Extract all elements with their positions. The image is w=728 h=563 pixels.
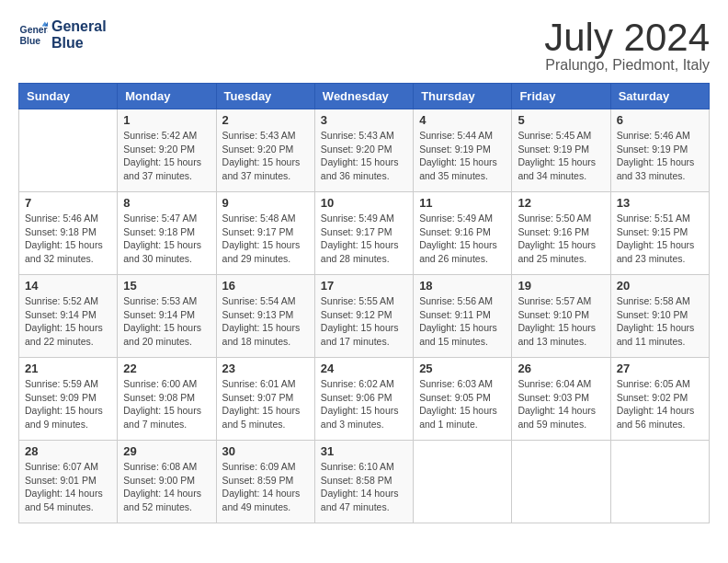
day-number: 18 (419, 279, 506, 293)
day-info: Sunrise: 6:04 AMSunset: 9:03 PMDaylight:… (518, 377, 604, 431)
day-info: Sunrise: 6:10 AMSunset: 8:58 PMDaylight:… (321, 460, 407, 514)
calendar-cell: 24Sunrise: 6:02 AMSunset: 9:06 PMDayligh… (314, 358, 413, 441)
day-number: 9 (222, 196, 309, 210)
day-number: 7 (25, 196, 111, 210)
header-thursday: Thursday (414, 84, 512, 109)
day-number: 25 (419, 362, 506, 375)
day-info: Sunrise: 6:07 AMSunset: 9:01 PMDaylight:… (25, 460, 111, 514)
week-row-2: 7Sunrise: 5:46 AMSunset: 9:18 PMDaylight… (19, 192, 710, 275)
header-tuesday: Tuesday (216, 84, 314, 109)
calendar-cell: 31Sunrise: 6:10 AMSunset: 8:58 PMDayligh… (314, 441, 413, 523)
day-info: Sunrise: 5:59 AMSunset: 9:09 PMDaylight:… (25, 377, 111, 431)
calendar-cell: 12Sunrise: 5:50 AMSunset: 9:16 PMDayligh… (512, 192, 610, 275)
day-number: 13 (617, 196, 703, 210)
day-number: 5 (518, 113, 604, 127)
calendar-cell: 21Sunrise: 5:59 AMSunset: 9:09 PMDayligh… (19, 358, 118, 441)
calendar-cell: 7Sunrise: 5:46 AMSunset: 9:18 PMDaylight… (19, 192, 118, 275)
day-info: Sunrise: 5:49 AMSunset: 9:17 PMDaylight:… (321, 212, 407, 266)
calendar-cell (512, 441, 610, 523)
day-number: 19 (518, 279, 604, 293)
calendar-body: 1Sunrise: 5:42 AMSunset: 9:20 PMDaylight… (19, 109, 710, 523)
calendar-cell: 4Sunrise: 5:44 AMSunset: 9:19 PMDaylight… (414, 109, 512, 192)
calendar-cell (610, 441, 709, 523)
calendar-cell: 1Sunrise: 5:42 AMSunset: 9:20 PMDaylight… (118, 109, 216, 192)
day-info: Sunrise: 5:52 AMSunset: 9:14 PMDaylight:… (25, 294, 111, 349)
calendar-cell: 15Sunrise: 5:53 AMSunset: 9:14 PMDayligh… (118, 275, 216, 358)
day-number: 31 (321, 444, 407, 458)
calendar-cell: 30Sunrise: 6:09 AMSunset: 8:59 PMDayligh… (216, 441, 314, 523)
calendar-cell (19, 109, 118, 192)
week-row-5: 28Sunrise: 6:07 AMSunset: 9:01 PMDayligh… (19, 441, 710, 523)
day-number: 24 (321, 362, 407, 375)
calendar-cell: 23Sunrise: 6:01 AMSunset: 9:07 PMDayligh… (216, 358, 314, 441)
day-info: Sunrise: 6:02 AMSunset: 9:06 PMDaylight:… (321, 377, 407, 431)
day-info: Sunrise: 6:00 AMSunset: 9:08 PMDaylight:… (123, 377, 210, 431)
logo-general: General (51, 18, 107, 35)
week-row-1: 1Sunrise: 5:42 AMSunset: 9:20 PMDaylight… (19, 109, 710, 192)
logo: General Blue General Blue (18, 18, 107, 51)
svg-text:Blue: Blue (20, 35, 41, 45)
month-title: July 2024 (544, 18, 710, 57)
day-info: Sunrise: 5:58 AMSunset: 9:10 PMDaylight:… (617, 294, 703, 349)
day-info: Sunrise: 5:49 AMSunset: 9:16 PMDaylight:… (419, 212, 506, 266)
calendar-cell: 8Sunrise: 5:47 AMSunset: 9:18 PMDaylight… (118, 192, 216, 275)
calendar-cell: 2Sunrise: 5:43 AMSunset: 9:20 PMDaylight… (216, 109, 314, 192)
day-info: Sunrise: 5:43 AMSunset: 9:20 PMDaylight:… (222, 129, 309, 183)
calendar-cell: 6Sunrise: 5:46 AMSunset: 9:19 PMDaylight… (610, 109, 709, 192)
calendar-cell: 14Sunrise: 5:52 AMSunset: 9:14 PMDayligh… (19, 275, 118, 358)
day-number: 16 (222, 279, 309, 293)
calendar-cell: 19Sunrise: 5:57 AMSunset: 9:10 PMDayligh… (512, 275, 610, 358)
day-info: Sunrise: 6:01 AMSunset: 9:07 PMDaylight:… (222, 377, 309, 431)
day-info: Sunrise: 5:46 AMSunset: 9:19 PMDaylight:… (617, 129, 703, 183)
calendar-cell: 3Sunrise: 5:43 AMSunset: 9:20 PMDaylight… (314, 109, 413, 192)
day-info: Sunrise: 5:43 AMSunset: 9:20 PMDaylight:… (321, 129, 407, 183)
day-number: 28 (25, 444, 111, 458)
day-number: 21 (25, 362, 111, 375)
header-wednesday: Wednesday (314, 84, 413, 109)
day-number: 4 (419, 113, 506, 127)
day-number: 2 (222, 113, 309, 127)
calendar-cell: 5Sunrise: 5:45 AMSunset: 9:19 PMDaylight… (512, 109, 610, 192)
day-info: Sunrise: 5:45 AMSunset: 9:19 PMDaylight:… (518, 129, 604, 183)
calendar-cell (414, 441, 512, 523)
header-sunday: Sunday (19, 84, 118, 109)
day-number: 14 (25, 279, 111, 293)
day-number: 8 (123, 196, 210, 210)
calendar-cell: 20Sunrise: 5:58 AMSunset: 9:10 PMDayligh… (610, 275, 709, 358)
day-number: 11 (419, 196, 506, 210)
calendar-cell: 17Sunrise: 5:55 AMSunset: 9:12 PMDayligh… (314, 275, 413, 358)
day-info: Sunrise: 5:54 AMSunset: 9:13 PMDaylight:… (222, 294, 309, 349)
day-number: 22 (123, 362, 210, 375)
day-info: Sunrise: 5:56 AMSunset: 9:11 PMDaylight:… (419, 294, 506, 349)
calendar-cell: 18Sunrise: 5:56 AMSunset: 9:11 PMDayligh… (414, 275, 512, 358)
calendar-cell: 16Sunrise: 5:54 AMSunset: 9:13 PMDayligh… (216, 275, 314, 358)
calendar-header-row: SundayMondayTuesdayWednesdayThursdayFrid… (19, 84, 710, 109)
day-number: 12 (518, 196, 604, 210)
location: Pralungo, Piedmont, Italy (544, 57, 710, 74)
calendar-cell: 10Sunrise: 5:49 AMSunset: 9:17 PMDayligh… (314, 192, 413, 275)
day-number: 1 (123, 113, 210, 127)
day-info: Sunrise: 6:05 AMSunset: 9:02 PMDaylight:… (617, 377, 703, 431)
calendar-cell: 13Sunrise: 5:51 AMSunset: 9:15 PMDayligh… (610, 192, 709, 275)
day-number: 27 (617, 362, 703, 375)
calendar-cell: 22Sunrise: 6:00 AMSunset: 9:08 PMDayligh… (118, 358, 216, 441)
calendar-cell: 28Sunrise: 6:07 AMSunset: 9:01 PMDayligh… (19, 441, 118, 523)
week-row-4: 21Sunrise: 5:59 AMSunset: 9:09 PMDayligh… (19, 358, 710, 441)
day-number: 29 (123, 444, 210, 458)
calendar-cell: 11Sunrise: 5:49 AMSunset: 9:16 PMDayligh… (414, 192, 512, 275)
calendar-cell: 26Sunrise: 6:04 AMSunset: 9:03 PMDayligh… (512, 358, 610, 441)
day-number: 6 (617, 113, 703, 127)
header-friday: Friday (512, 84, 610, 109)
day-info: Sunrise: 5:55 AMSunset: 9:12 PMDaylight:… (321, 294, 407, 349)
day-info: Sunrise: 5:57 AMSunset: 9:10 PMDaylight:… (518, 294, 604, 349)
calendar-cell: 9Sunrise: 5:48 AMSunset: 9:17 PMDaylight… (216, 192, 314, 275)
page-header: General Blue General Blue July 2024 Pral… (18, 18, 710, 74)
day-number: 15 (123, 279, 210, 293)
day-info: Sunrise: 5:48 AMSunset: 9:17 PMDaylight:… (222, 212, 309, 266)
week-row-3: 14Sunrise: 5:52 AMSunset: 9:14 PMDayligh… (19, 275, 710, 358)
header-saturday: Saturday (610, 84, 709, 109)
day-info: Sunrise: 5:50 AMSunset: 9:16 PMDaylight:… (518, 212, 604, 266)
day-info: Sunrise: 5:44 AMSunset: 9:19 PMDaylight:… (419, 129, 506, 183)
day-info: Sunrise: 6:09 AMSunset: 8:59 PMDaylight:… (222, 460, 309, 514)
svg-text:General: General (20, 25, 48, 35)
